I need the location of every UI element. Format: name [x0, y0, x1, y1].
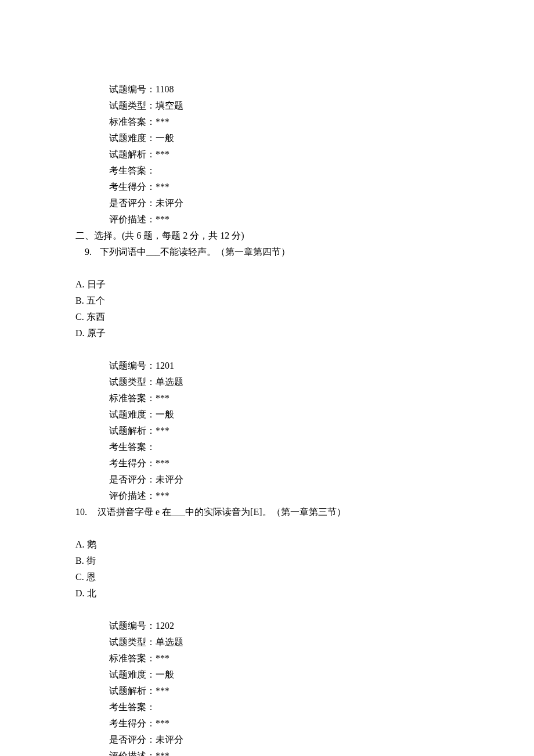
meta-desc-row: 评价描述：*** — [109, 488, 459, 504]
meta-graded-value: 未评分 — [156, 474, 183, 484]
meta-difficulty-row: 试题难度：一般 — [109, 130, 459, 146]
page-content: 试题编号：1108 试题类型：填空题 标准答案：*** 试题难度：一般 试题解析… — [0, 0, 534, 756]
meta-desc-value: *** — [156, 491, 169, 501]
meta-answer-label: 标准答案： — [109, 393, 156, 403]
meta-id-label: 试题编号： — [109, 621, 156, 631]
meta-answer-value: *** — [156, 393, 169, 403]
meta-graded-label: 是否评分： — [109, 474, 156, 484]
meta-type-row: 试题类型：单选题 — [109, 374, 459, 390]
meta-desc-row: 评价描述：*** — [109, 211, 459, 228]
question-10-options: A. 鹅 B. 街 C. 恩 D. 北 — [75, 537, 459, 602]
meta-id-label: 试题编号： — [109, 84, 156, 94]
meta-graded-row: 是否评分：未评分 — [109, 732, 459, 748]
meta-type-value: 单选题 — [156, 637, 183, 647]
meta-analysis-value: *** — [156, 426, 169, 435]
meta-student-answer-row: 考生答案： — [109, 439, 459, 455]
option-b: B. 街 — [75, 553, 459, 569]
meta-type-label: 试题类型： — [109, 100, 156, 110]
meta-desc-row: 评价描述：*** — [109, 748, 459, 756]
option-c: C. 恩 — [75, 569, 459, 585]
meta-block-1108: 试题编号：1108 试题类型：填空题 标准答案：*** 试题难度：一般 试题解析… — [75, 81, 459, 228]
meta-desc-label: 评价描述： — [109, 214, 156, 224]
meta-type-value: 单选题 — [156, 377, 183, 387]
meta-id-label: 试题编号： — [109, 361, 156, 370]
question-9-number: 9. — [75, 244, 92, 260]
meta-graded-value: 未评分 — [156, 198, 183, 208]
meta-difficulty-value: 一般 — [156, 409, 174, 419]
meta-difficulty-label: 试题难度： — [109, 409, 156, 419]
meta-score-label: 考生得分： — [109, 458, 156, 468]
meta-type-row: 试题类型：填空题 — [109, 98, 459, 114]
meta-answer-row: 标准答案：*** — [109, 390, 459, 406]
meta-analysis-label: 试题解析： — [109, 686, 156, 696]
question-10-number: 10. — [75, 504, 95, 520]
question-10: 10. 汉语拼音字母 e 在___中的实际读音为[E]。（第一章第三节） — [75, 504, 459, 520]
meta-student-answer-label: 考生答案： — [109, 442, 156, 452]
meta-score-label: 考生得分： — [109, 182, 156, 192]
meta-desc-label: 评价描述： — [109, 751, 156, 756]
meta-desc-value: *** — [156, 751, 169, 756]
meta-analysis-row: 试题解析：*** — [109, 683, 459, 699]
meta-graded-label: 是否评分： — [109, 735, 156, 744]
meta-score-value: *** — [156, 458, 169, 468]
meta-graded-value: 未评分 — [156, 735, 183, 744]
meta-score-row: 考生得分：*** — [109, 715, 459, 732]
meta-id-value: 1108 — [156, 84, 174, 94]
meta-type-value: 填空题 — [156, 100, 183, 110]
meta-difficulty-value: 一般 — [156, 133, 174, 143]
option-c: C. 东西 — [75, 309, 459, 325]
option-a: A. 鹅 — [75, 537, 459, 553]
meta-student-answer-label: 考生答案： — [109, 702, 156, 712]
meta-analysis-value: *** — [156, 686, 169, 696]
option-b: B. 五个 — [75, 293, 459, 309]
meta-id-value: 1202 — [156, 621, 174, 631]
meta-student-answer-row: 考生答案： — [109, 163, 459, 179]
meta-answer-label: 标准答案： — [109, 653, 156, 663]
meta-graded-label: 是否评分： — [109, 198, 156, 208]
meta-answer-value: *** — [156, 117, 169, 127]
option-d: D. 北 — [75, 585, 459, 602]
meta-answer-row: 标准答案：*** — [109, 114, 459, 130]
meta-difficulty-value: 一般 — [156, 669, 174, 679]
spacer — [75, 602, 459, 618]
meta-score-row: 考生得分：*** — [109, 455, 459, 471]
meta-graded-row: 是否评分：未评分 — [109, 471, 459, 488]
meta-difficulty-row: 试题难度：一般 — [109, 406, 459, 423]
meta-type-label: 试题类型： — [109, 637, 156, 647]
meta-id-row: 试题编号：1202 — [109, 618, 459, 634]
meta-analysis-row: 试题解析：*** — [109, 146, 459, 163]
meta-student-answer-row: 考生答案： — [109, 699, 459, 715]
meta-type-row: 试题类型：单选题 — [109, 634, 459, 650]
spacer — [75, 520, 459, 537]
meta-difficulty-row: 试题难度：一般 — [109, 667, 459, 683]
meta-score-label: 考生得分： — [109, 718, 156, 728]
question-9-options: A. 日子 B. 五个 C. 东西 D. 原子 — [75, 276, 459, 341]
meta-score-value: *** — [156, 182, 169, 192]
option-a: A. 日子 — [75, 276, 459, 293]
meta-analysis-row: 试题解析：*** — [109, 423, 459, 439]
meta-block-1201: 试题编号：1201 试题类型：单选题 标准答案：*** 试题难度：一般 试题解析… — [75, 358, 459, 504]
meta-type-label: 试题类型： — [109, 377, 156, 387]
meta-analysis-label: 试题解析： — [109, 149, 156, 159]
question-9: 9. 下列词语中___不能读轻声。（第一章第四节） — [75, 244, 459, 260]
meta-graded-row: 是否评分：未评分 — [109, 195, 459, 211]
meta-id-row: 试题编号：1201 — [109, 358, 459, 374]
option-d: D. 原子 — [75, 325, 459, 341]
meta-score-row: 考生得分：*** — [109, 179, 459, 195]
meta-desc-value: *** — [156, 214, 169, 224]
question-9-text: 下列词语中___不能读轻声。（第一章第四节） — [92, 244, 459, 260]
meta-desc-label: 评价描述： — [109, 491, 156, 501]
meta-answer-row: 标准答案：*** — [109, 650, 459, 667]
meta-student-answer-label: 考生答案： — [109, 165, 156, 175]
section-2-heading: 二、选择。(共 6 题，每题 2 分，共 12 分) — [75, 228, 459, 244]
meta-answer-label: 标准答案： — [109, 117, 156, 127]
meta-block-1202: 试题编号：1202 试题类型：单选题 标准答案：*** 试题难度：一般 试题解析… — [75, 618, 459, 756]
spacer — [75, 341, 459, 358]
meta-difficulty-label: 试题难度： — [109, 133, 156, 143]
meta-answer-value: *** — [156, 653, 169, 663]
meta-id-row: 试题编号：1108 — [109, 81, 459, 98]
meta-analysis-label: 试题解析： — [109, 426, 156, 435]
meta-analysis-value: *** — [156, 149, 169, 159]
question-10-text: 汉语拼音字母 e 在___中的实际读音为[E]。（第一章第三节） — [95, 504, 459, 520]
spacer — [75, 260, 459, 276]
